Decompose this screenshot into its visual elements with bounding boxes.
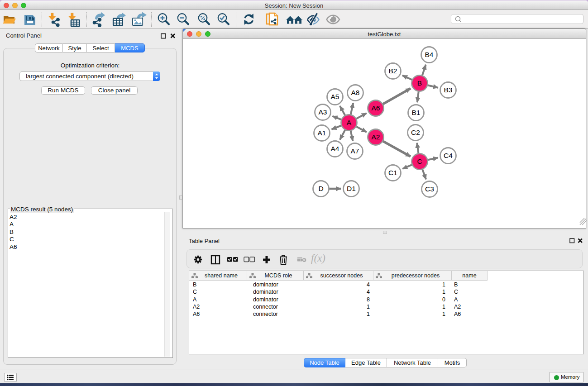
- svg-text:A1: A1: [318, 129, 326, 137]
- svg-text:C1: C1: [388, 169, 397, 176]
- svg-text:C3: C3: [425, 185, 434, 193]
- svg-text:D1: D1: [347, 185, 356, 192]
- svg-text:B3: B3: [444, 86, 453, 94]
- svg-text:A5: A5: [331, 93, 339, 100]
- svg-text:D: D: [318, 185, 323, 192]
- svg-text:A7: A7: [351, 147, 359, 155]
- svg-text:A4: A4: [331, 145, 339, 152]
- svg-text:C2: C2: [411, 129, 420, 136]
- svg-text:A: A: [347, 119, 352, 126]
- svg-text:A2: A2: [372, 133, 380, 141]
- svg-text:B4: B4: [425, 51, 434, 58]
- svg-text:C: C: [417, 157, 422, 165]
- svg-text:A3: A3: [319, 108, 327, 116]
- svg-text:A8: A8: [351, 89, 360, 96]
- svg-text:C4: C4: [444, 152, 453, 159]
- svg-text:A6: A6: [372, 104, 380, 112]
- svg-text:B1: B1: [412, 109, 421, 116]
- svg-text:B: B: [417, 79, 422, 87]
- svg-text:B2: B2: [389, 67, 397, 75]
